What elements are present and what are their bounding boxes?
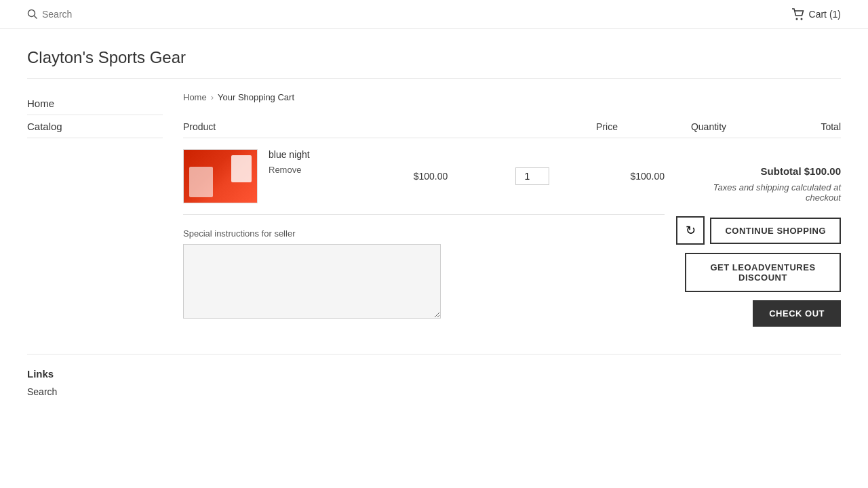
- footer-links-title: Links: [27, 368, 841, 380]
- top-bar: Cart (1): [0, 0, 868, 29]
- product-cell: blue night Remove: [183, 149, 380, 203]
- site-title: Clayton's Sports Gear: [0, 29, 868, 78]
- special-instructions-label: Special instructions for seller: [183, 228, 665, 239]
- cart-summary: Subtotal $100.00 Taxes and shipping calc…: [678, 165, 841, 327]
- cart-left: blue night Remove $100.00 $100.00 Specia…: [183, 138, 665, 327]
- col-header-product: Product: [183, 121, 556, 132]
- cart-icon: [791, 8, 805, 20]
- breadcrumb-current: Your Shopping Cart: [218, 92, 294, 102]
- remove-link[interactable]: Remove: [269, 165, 301, 175]
- breadcrumb-home-link[interactable]: Home: [183, 92, 207, 102]
- quantity-input[interactable]: [515, 167, 549, 185]
- col-header-total: Total: [760, 121, 841, 132]
- subtotal-label: Subtotal $100.00: [678, 165, 841, 177]
- breadcrumb-separator: ›: [211, 92, 214, 102]
- continue-row: ↻ CONTINUE SHOPPING: [678, 216, 841, 245]
- main-content: Home › Your Shopping Cart Product Price …: [163, 79, 841, 340]
- special-instructions: Special instructions for seller: [183, 228, 665, 321]
- refresh-button[interactable]: ↻: [676, 216, 705, 245]
- footer-links: Links Search: [0, 354, 868, 411]
- tax-label: Taxes and shipping calculated at checkou…: [678, 182, 841, 203]
- quantity-cell: [481, 167, 583, 185]
- cart-content-row: blue night Remove $100.00 $100.00 Specia…: [183, 138, 841, 327]
- price-cell: $100.00: [380, 171, 481, 182]
- product-name: blue night: [269, 149, 310, 160]
- search-icon: [27, 9, 38, 20]
- table-row: blue night Remove $100.00 $100.00: [183, 138, 665, 215]
- sidebar-item-catalog[interactable]: Catalog: [27, 115, 163, 138]
- cart-table-header: Product Price Quantity Total: [183, 116, 841, 138]
- col-header-price: Price: [556, 121, 658, 132]
- discount-button[interactable]: GET LEOADVENTURES DISCOUNT: [685, 253, 841, 292]
- search-input[interactable]: [42, 9, 161, 20]
- cart-label: Cart (1): [809, 9, 841, 20]
- refresh-icon: ↻: [686, 223, 696, 238]
- search-area: [27, 9, 161, 20]
- sidebar-item-home[interactable]: Home: [27, 92, 163, 115]
- breadcrumb: Home › Your Shopping Cart: [183, 92, 841, 102]
- svg-line-1: [35, 16, 37, 19]
- page-layout: Home Catalog Home › Your Shopping Cart P…: [0, 79, 868, 340]
- product-image: [183, 149, 258, 203]
- continue-shopping-button[interactable]: CONTINUE SHOPPING: [710, 218, 841, 244]
- svg-point-0: [28, 10, 35, 17]
- special-instructions-input[interactable]: [183, 244, 441, 319]
- footer-link-search[interactable]: Search: [27, 386, 841, 397]
- sidebar: Home Catalog: [27, 79, 163, 340]
- checkout-button[interactable]: CHECK OUT: [753, 300, 841, 327]
- cart-right-panel: Subtotal $100.00 Taxes and shipping calc…: [665, 138, 841, 327]
- total-cell: $100.00: [583, 171, 665, 182]
- product-info: blue night Remove: [269, 149, 310, 175]
- svg-point-3: [800, 18, 802, 20]
- col-header-quantity: Quantity: [658, 121, 760, 132]
- svg-point-2: [795, 18, 797, 20]
- cart-icon-area[interactable]: Cart (1): [791, 8, 841, 20]
